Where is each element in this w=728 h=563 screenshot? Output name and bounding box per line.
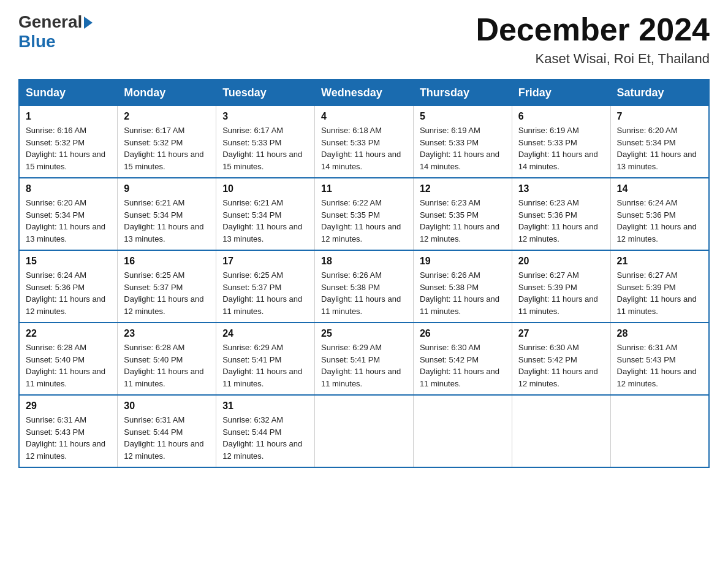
day-info: Sunrise: 6:24 AMSunset: 5:36 PMDaylight:… <box>617 197 702 245</box>
calendar-cell: 25Sunrise: 6:29 AMSunset: 5:41 PMDayligh… <box>315 323 414 395</box>
day-number: 16 <box>124 256 210 267</box>
day-number: 10 <box>222 183 308 194</box>
calendar-cell: 20Sunrise: 6:27 AMSunset: 5:39 PMDayligh… <box>512 250 610 323</box>
day-number: 15 <box>26 256 111 267</box>
calendar-header-row: SundayMondayTuesdayWednesdayThursdayFrid… <box>19 80 709 106</box>
day-info: Sunrise: 6:17 AMSunset: 5:32 PMDaylight:… <box>124 124 210 172</box>
day-number: 23 <box>124 328 210 339</box>
logo-blue-text: Blue <box>18 32 56 52</box>
day-info: Sunrise: 6:28 AMSunset: 5:40 PMDaylight:… <box>26 342 111 389</box>
day-info: Sunrise: 6:26 AMSunset: 5:38 PMDaylight:… <box>321 269 407 317</box>
calendar-cell: 28Sunrise: 6:31 AMSunset: 5:43 PMDayligh… <box>610 323 709 395</box>
calendar-cell: 23Sunrise: 6:28 AMSunset: 5:40 PMDayligh… <box>118 323 216 395</box>
title-section: December 2024 Kaset Wisai, Roi Et, Thail… <box>476 12 710 67</box>
day-info: Sunrise: 6:26 AMSunset: 5:38 PMDaylight:… <box>420 269 506 317</box>
day-number: 28 <box>617 328 702 339</box>
day-info: Sunrise: 6:31 AMSunset: 5:43 PMDaylight:… <box>26 414 111 462</box>
day-number: 27 <box>518 328 604 339</box>
day-info: Sunrise: 6:30 AMSunset: 5:42 PMDaylight:… <box>518 342 604 389</box>
day-info: Sunrise: 6:31 AMSunset: 5:43 PMDaylight:… <box>617 342 702 389</box>
header-tuesday: Tuesday <box>216 80 315 106</box>
day-number: 14 <box>617 183 702 194</box>
calendar-cell: 5Sunrise: 6:19 AMSunset: 5:33 PMDaylight… <box>413 106 512 178</box>
day-number: 24 <box>222 328 308 339</box>
day-info: Sunrise: 6:30 AMSunset: 5:42 PMDaylight:… <box>420 342 506 389</box>
calendar-week-3: 15Sunrise: 6:24 AMSunset: 5:36 PMDayligh… <box>19 250 709 323</box>
calendar-cell <box>315 395 414 467</box>
day-info: Sunrise: 6:20 AMSunset: 5:34 PMDaylight:… <box>617 124 702 172</box>
day-info: Sunrise: 6:28 AMSunset: 5:40 PMDaylight:… <box>124 342 210 389</box>
day-info: Sunrise: 6:21 AMSunset: 5:34 PMDaylight:… <box>124 197 210 245</box>
calendar-cell: 24Sunrise: 6:29 AMSunset: 5:41 PMDayligh… <box>216 323 315 395</box>
calendar-cell: 31Sunrise: 6:32 AMSunset: 5:44 PMDayligh… <box>216 395 315 467</box>
day-info: Sunrise: 6:21 AMSunset: 5:34 PMDaylight:… <box>222 197 308 245</box>
day-number: 29 <box>26 400 111 412</box>
calendar-cell: 1Sunrise: 6:16 AMSunset: 5:32 PMDaylight… <box>19 106 118 178</box>
calendar-cell: 13Sunrise: 6:23 AMSunset: 5:36 PMDayligh… <box>512 178 610 250</box>
calendar-cell: 12Sunrise: 6:23 AMSunset: 5:35 PMDayligh… <box>413 178 512 250</box>
day-number: 25 <box>321 328 407 339</box>
day-info: Sunrise: 6:23 AMSunset: 5:36 PMDaylight:… <box>518 197 604 245</box>
calendar-cell: 14Sunrise: 6:24 AMSunset: 5:36 PMDayligh… <box>610 178 709 250</box>
day-info: Sunrise: 6:16 AMSunset: 5:32 PMDaylight:… <box>26 124 111 172</box>
day-number: 7 <box>617 111 702 122</box>
day-info: Sunrise: 6:20 AMSunset: 5:34 PMDaylight:… <box>26 197 111 245</box>
logo: General Blue <box>18 12 93 52</box>
calendar-cell <box>610 395 709 467</box>
day-info: Sunrise: 6:24 AMSunset: 5:36 PMDaylight:… <box>26 269 111 317</box>
day-number: 21 <box>617 256 702 267</box>
day-info: Sunrise: 6:23 AMSunset: 5:35 PMDaylight:… <box>420 197 506 245</box>
calendar-cell: 6Sunrise: 6:19 AMSunset: 5:33 PMDaylight… <box>512 106 610 178</box>
day-info: Sunrise: 6:31 AMSunset: 5:44 PMDaylight:… <box>124 414 210 462</box>
calendar-cell: 15Sunrise: 6:24 AMSunset: 5:36 PMDayligh… <box>19 250 118 323</box>
calendar-cell: 21Sunrise: 6:27 AMSunset: 5:39 PMDayligh… <box>610 250 709 323</box>
calendar-cell: 19Sunrise: 6:26 AMSunset: 5:38 PMDayligh… <box>413 250 512 323</box>
day-info: Sunrise: 6:22 AMSunset: 5:35 PMDaylight:… <box>321 197 407 245</box>
header-sunday: Sunday <box>19 80 118 106</box>
calendar-cell: 22Sunrise: 6:28 AMSunset: 5:40 PMDayligh… <box>19 323 118 395</box>
calendar-cell: 18Sunrise: 6:26 AMSunset: 5:38 PMDayligh… <box>315 250 414 323</box>
calendar-cell: 9Sunrise: 6:21 AMSunset: 5:34 PMDaylight… <box>118 178 216 250</box>
calendar-table: SundayMondayTuesdayWednesdayThursdayFrid… <box>18 79 710 468</box>
logo-arrow-icon <box>84 17 93 29</box>
calendar-cell: 7Sunrise: 6:20 AMSunset: 5:34 PMDaylight… <box>610 106 709 178</box>
calendar-cell: 4Sunrise: 6:18 AMSunset: 5:33 PMDaylight… <box>315 106 414 178</box>
day-number: 31 <box>222 400 308 412</box>
day-number: 20 <box>518 256 604 267</box>
calendar-cell: 10Sunrise: 6:21 AMSunset: 5:34 PMDayligh… <box>216 178 315 250</box>
day-number: 9 <box>124 183 210 194</box>
day-number: 8 <box>26 183 111 194</box>
header-friday: Friday <box>512 80 610 106</box>
logo-general-text: General <box>18 12 82 32</box>
header-saturday: Saturday <box>610 80 709 106</box>
calendar-cell <box>512 395 610 467</box>
location-title: Kaset Wisai, Roi Et, Thailand <box>476 51 710 67</box>
day-info: Sunrise: 6:19 AMSunset: 5:33 PMDaylight:… <box>518 124 604 172</box>
day-info: Sunrise: 6:27 AMSunset: 5:39 PMDaylight:… <box>518 269 604 317</box>
day-info: Sunrise: 6:25 AMSunset: 5:37 PMDaylight:… <box>222 269 308 317</box>
day-info: Sunrise: 6:27 AMSunset: 5:39 PMDaylight:… <box>617 269 702 317</box>
header-monday: Monday <box>118 80 216 106</box>
day-number: 30 <box>124 400 210 412</box>
day-number: 12 <box>420 183 506 194</box>
day-number: 1 <box>26 111 111 122</box>
day-number: 19 <box>420 256 506 267</box>
day-info: Sunrise: 6:29 AMSunset: 5:41 PMDaylight:… <box>222 342 308 389</box>
day-info: Sunrise: 6:29 AMSunset: 5:41 PMDaylight:… <box>321 342 407 389</box>
calendar-cell: 27Sunrise: 6:30 AMSunset: 5:42 PMDayligh… <box>512 323 610 395</box>
calendar-cell: 17Sunrise: 6:25 AMSunset: 5:37 PMDayligh… <box>216 250 315 323</box>
calendar-cell <box>413 395 512 467</box>
calendar-cell: 2Sunrise: 6:17 AMSunset: 5:32 PMDaylight… <box>118 106 216 178</box>
header-wednesday: Wednesday <box>315 80 414 106</box>
calendar-week-5: 29Sunrise: 6:31 AMSunset: 5:43 PMDayligh… <box>19 395 709 467</box>
calendar-week-4: 22Sunrise: 6:28 AMSunset: 5:40 PMDayligh… <box>19 323 709 395</box>
calendar-cell: 11Sunrise: 6:22 AMSunset: 5:35 PMDayligh… <box>315 178 414 250</box>
day-info: Sunrise: 6:18 AMSunset: 5:33 PMDaylight:… <box>321 124 407 172</box>
header-thursday: Thursday <box>413 80 512 106</box>
day-number: 13 <box>518 183 604 194</box>
page-header: General Blue December 2024 Kaset Wisai, … <box>18 12 710 67</box>
day-number: 17 <box>222 256 308 267</box>
calendar-cell: 30Sunrise: 6:31 AMSunset: 5:44 PMDayligh… <box>118 395 216 467</box>
day-number: 18 <box>321 256 407 267</box>
day-info: Sunrise: 6:19 AMSunset: 5:33 PMDaylight:… <box>420 124 506 172</box>
